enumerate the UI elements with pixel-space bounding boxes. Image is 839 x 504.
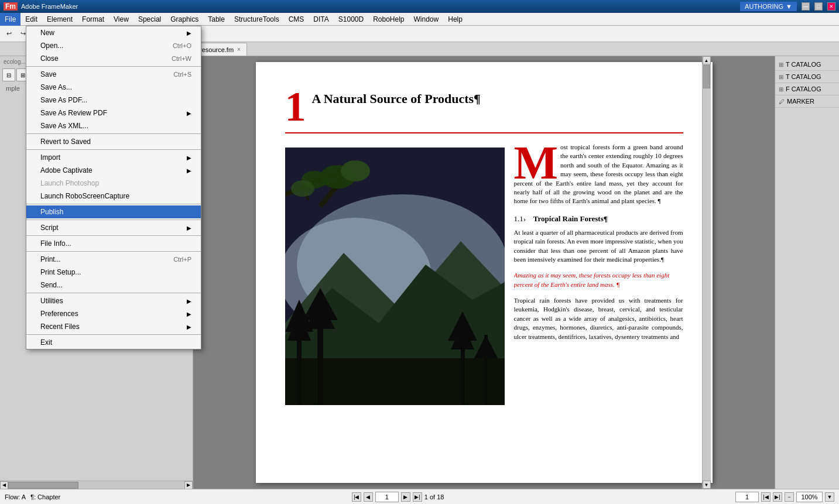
menu-item-open[interactable]: Open... Ctrl+O xyxy=(26,39,201,52)
menu-item-import-arrow: ▶ xyxy=(187,155,191,161)
menu-file[interactable]: File xyxy=(0,13,20,26)
menu-item-save-as[interactable]: Save As... xyxy=(26,81,201,94)
chapter-header: 1 A Natural Source of Products¶ xyxy=(285,85,683,133)
menu-table[interactable]: Table xyxy=(203,13,230,26)
catalog-label-t1: T CATALOG xyxy=(786,61,821,68)
sep-7 xyxy=(26,251,201,252)
catalog-item-marker[interactable]: 🖊 MARKER xyxy=(775,95,839,108)
menu-item-adobe-captivate[interactable]: Adobe Captivate ▶ xyxy=(26,164,201,177)
doc-scroll-down[interactable]: ▼ xyxy=(703,481,711,489)
menu-item-exit[interactable]: Exit xyxy=(26,336,201,349)
catalog-item-t2[interactable]: ⊞ T CATALOG xyxy=(775,71,839,83)
menu-item-publish[interactable]: Publish xyxy=(26,205,201,218)
menu-item-recent-files-arrow: ▶ xyxy=(187,324,191,330)
next-page-btn[interactable]: ▶ xyxy=(401,492,410,502)
tool-btn-1[interactable]: ⊟ xyxy=(2,68,15,81)
doc-scroll-up[interactable]: ▲ xyxy=(703,56,711,64)
authoring-badge: AUTHORING ▼ xyxy=(740,2,797,11)
menu-dita[interactable]: DITA xyxy=(309,13,333,26)
menu-element[interactable]: Element xyxy=(42,13,77,26)
menu-item-recent-files-label: Recent Files xyxy=(40,323,80,331)
menu-item-send-label: Send... xyxy=(40,281,63,289)
toolbar-btn-1[interactable]: ↩ xyxy=(2,28,15,40)
menu-item-close-label: Close xyxy=(40,54,59,63)
catalog-item-f[interactable]: ⊞ F CATALOG xyxy=(775,83,839,95)
zoom-input[interactable] xyxy=(796,492,823,502)
menu-item-new-arrow: ▶ xyxy=(187,30,191,36)
menu-item-open-shortcut: Ctrl+O xyxy=(173,42,191,49)
close-button[interactable]: ✕ xyxy=(827,2,835,11)
doc-scroll-track xyxy=(703,64,711,481)
menu-item-save-as-pdf[interactable]: Save As PDF... xyxy=(26,94,201,107)
menu-special[interactable]: Special xyxy=(133,13,166,26)
horizontal-scrollbar[interactable]: ◀ ▶ xyxy=(0,481,193,489)
menu-format[interactable]: Format xyxy=(77,13,109,26)
first-paragraph: M ost tropical forests form a green band… xyxy=(514,143,683,206)
menu-item-import[interactable]: Import ▶ xyxy=(26,151,201,164)
page-of-label: 1 of 18 xyxy=(424,493,444,500)
minimize-button[interactable]: — xyxy=(802,2,810,11)
menu-item-preferences[interactable]: Preferences ▶ xyxy=(26,307,201,320)
page-input-2[interactable] xyxy=(735,492,759,502)
menu-item-save-label: Save xyxy=(40,70,56,78)
status-bar: Flow: A ¶: Chapter |◀ ◀ ▶ ▶| 1 of 18 |◀ … xyxy=(0,489,839,504)
app-logo: Fm xyxy=(4,2,18,11)
zoom-nav-left[interactable]: |◀ xyxy=(761,492,770,502)
scroll-right-btn[interactable]: ▶ xyxy=(184,481,193,489)
svg-rect-20 xyxy=(285,358,505,405)
prev-page-btn[interactable]: ◀ xyxy=(364,492,373,502)
menu-item-print-label: Print... xyxy=(40,255,61,263)
menu-item-save-as-xml[interactable]: Save As XML... xyxy=(26,119,201,132)
menu-edit[interactable]: Edit xyxy=(20,13,42,26)
svg-point-17 xyxy=(341,160,370,181)
scroll-thumb-h[interactable] xyxy=(8,482,78,489)
menu-item-new[interactable]: New ▶ xyxy=(26,26,201,39)
menu-item-revert[interactable]: Revert to Saved xyxy=(26,135,201,148)
menu-item-close[interactable]: Close Ctrl+W xyxy=(26,52,201,65)
menu-item-script[interactable]: Script ▶ xyxy=(26,221,201,234)
zoom-nav-right[interactable]: ▶| xyxy=(773,492,782,502)
menu-item-file-info[interactable]: File Info... xyxy=(26,237,201,250)
menu-graphics[interactable]: Graphics xyxy=(166,13,203,26)
sep-2 xyxy=(26,133,201,134)
menu-help[interactable]: Help xyxy=(443,13,467,26)
menu-item-import-label: Import xyxy=(40,153,60,162)
menu-item-launch-robo-label: Launch RoboScreenCapture xyxy=(40,192,129,200)
menu-item-utilities-arrow: ▶ xyxy=(187,298,191,304)
menu-item-print[interactable]: Print... Ctrl+P xyxy=(26,253,201,266)
first-page-btn[interactable]: |◀ xyxy=(352,492,361,502)
menu-item-launch-robo[interactable]: Launch RoboScreenCapture xyxy=(26,190,201,203)
menu-item-recent-files[interactable]: Recent Files ▶ xyxy=(26,320,201,333)
menu-s1000d[interactable]: S1000D xyxy=(334,13,368,26)
scroll-track-h xyxy=(8,481,184,489)
window-title: Adobe FrameMaker xyxy=(21,3,78,10)
menu-cms[interactable]: CMS xyxy=(284,13,309,26)
page-input[interactable] xyxy=(375,492,399,502)
doc-scroll-thumb[interactable] xyxy=(703,65,710,88)
zoom-minus-btn[interactable]: − xyxy=(785,492,794,502)
zoom-dropdown-btn[interactable]: ▼ xyxy=(825,492,834,502)
menu-item-save-as-review-pdf-label: Save As Review PDF xyxy=(40,109,107,117)
menu-item-save-as-review-pdf[interactable]: Save As Review PDF ▶ xyxy=(26,107,201,119)
menu-view[interactable]: View xyxy=(109,13,133,26)
maximize-button[interactable]: □ xyxy=(814,2,823,11)
menu-item-open-label: Open... xyxy=(40,42,63,50)
sep-1 xyxy=(26,66,201,67)
page-nav: |◀ ◀ ▶ ▶| 1 of 18 xyxy=(352,492,444,502)
menu-structuretools[interactable]: StructureTools xyxy=(230,13,284,26)
menu-item-print-shortcut: Ctrl+P xyxy=(173,256,191,263)
text-content: M ost tropical forests form a green band… xyxy=(514,143,683,348)
menu-robohelp[interactable]: RoboHelp xyxy=(368,13,409,26)
title-bar: Fm Adobe FrameMaker AUTHORING ▼ — □ ✕ xyxy=(0,0,839,13)
menu-item-print-setup[interactable]: Print Setup... xyxy=(26,266,201,279)
menu-item-send[interactable]: Send... xyxy=(26,279,201,292)
scroll-left-btn[interactable]: ◀ xyxy=(0,481,8,489)
right-panel: ⊞ T CATALOG ⊞ T CATALOG ⊞ F CATALOG 🖊 MA… xyxy=(775,56,839,489)
catalog-item-t1[interactable]: ⊞ T CATALOG xyxy=(775,59,839,71)
menu-item-save[interactable]: Save Ctrl+S xyxy=(26,68,201,81)
menu-window[interactable]: Window xyxy=(409,13,444,26)
doc-right-scrollbar: ▲ ▼ xyxy=(702,56,710,489)
tab-close-icon[interactable]: × xyxy=(237,46,241,53)
menu-item-utilities[interactable]: Utilities ▶ xyxy=(26,294,201,307)
last-page-btn[interactable]: ▶| xyxy=(413,492,422,502)
